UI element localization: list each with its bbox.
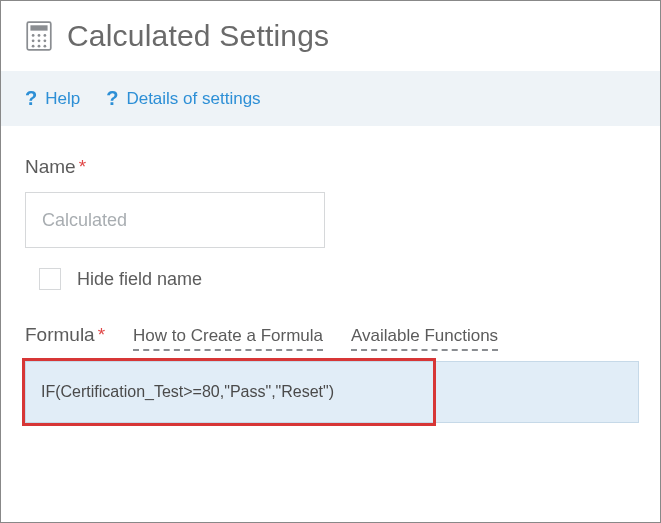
formula-section: Formula* How to Create a Formula Availab… — [25, 324, 636, 427]
svg-point-5 — [32, 39, 35, 42]
question-icon: ? — [25, 87, 37, 110]
required-asterisk: * — [79, 156, 86, 177]
hide-field-name-row: Hide field name — [39, 268, 636, 290]
details-link-label: Details of settings — [126, 89, 260, 109]
how-to-create-formula-link[interactable]: How to Create a Formula — [133, 326, 323, 351]
hide-field-name-checkbox[interactable] — [39, 268, 61, 290]
help-bar: ? Help ? Details of settings — [1, 71, 660, 126]
name-input[interactable] — [25, 192, 325, 248]
details-link[interactable]: ? Details of settings — [106, 87, 260, 110]
svg-point-7 — [44, 39, 47, 42]
calculator-icon — [25, 20, 53, 52]
required-asterisk: * — [98, 324, 105, 345]
formula-header-row: Formula* How to Create a Formula Availab… — [25, 324, 636, 351]
formula-input-area: IF(Certification_Test>=80,"Pass","Reset"… — [25, 359, 636, 427]
content-area: Name* Hide field name Formula* How to Cr… — [1, 126, 660, 445]
help-link[interactable]: ? Help — [25, 87, 80, 110]
help-link-label: Help — [45, 89, 80, 109]
svg-point-4 — [44, 34, 47, 37]
page-title: Calculated Settings — [67, 19, 329, 53]
name-field-label: Name* — [25, 156, 636, 178]
formula-field-label: Formula* — [25, 324, 105, 346]
svg-point-3 — [38, 34, 41, 37]
svg-rect-1 — [30, 25, 47, 30]
svg-point-6 — [38, 39, 41, 42]
hide-field-name-label: Hide field name — [77, 269, 202, 290]
svg-point-8 — [32, 45, 35, 48]
question-icon: ? — [106, 87, 118, 110]
svg-point-9 — [38, 45, 41, 48]
available-functions-link[interactable]: Available Functions — [351, 326, 498, 351]
svg-point-10 — [44, 45, 47, 48]
formula-highlight-box: IF(Certification_Test>=80,"Pass","Reset"… — [22, 358, 436, 426]
formula-value: IF(Certification_Test>=80,"Pass","Reset"… — [41, 383, 334, 401]
svg-point-2 — [32, 34, 35, 37]
dialog-header: Calculated Settings — [1, 1, 660, 71]
